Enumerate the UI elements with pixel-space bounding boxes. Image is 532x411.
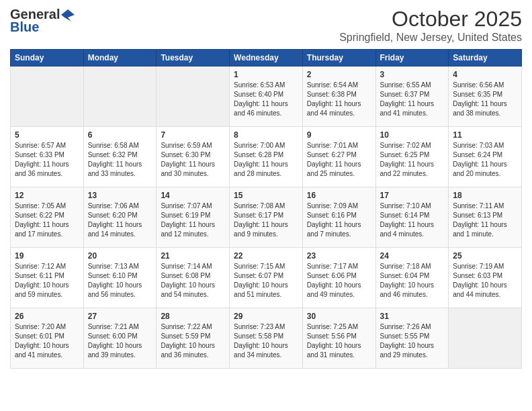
day-number: 25 (453, 251, 517, 261)
day-number: 26 (15, 312, 79, 321)
day-number: 28 (161, 312, 225, 321)
calendar-table: SundayMondayTuesdayWednesdayThursdayFrid… (10, 49, 522, 369)
day-number: 17 (380, 191, 445, 200)
day-info: Sunrise: 6:59 AM Sunset: 6:30 PM Dayligh… (161, 141, 225, 179)
calendar-cell: 17Sunrise: 7:10 AM Sunset: 6:14 PM Dayli… (375, 187, 449, 248)
column-header-sunday: Sunday (11, 50, 84, 66)
day-info: Sunrise: 7:18 AM Sunset: 6:04 PM Dayligh… (380, 262, 445, 300)
day-number: 21 (161, 251, 225, 261)
day-info: Sunrise: 6:55 AM Sunset: 6:37 PM Dayligh… (380, 81, 445, 118)
calendar-cell: 10Sunrise: 7:02 AM Sunset: 6:25 PM Dayli… (375, 127, 449, 187)
day-info: Sunrise: 7:05 AM Sunset: 6:22 PM Dayligh… (15, 201, 79, 239)
day-number: 19 (15, 251, 79, 261)
calendar-cell: 29Sunrise: 7:23 AM Sunset: 5:58 PM Dayli… (230, 308, 303, 369)
day-number: 11 (453, 130, 517, 140)
calendar-cell: 1Sunrise: 6:53 AM Sunset: 6:40 PM Daylig… (230, 66, 303, 127)
calendar-cell: 14Sunrise: 7:07 AM Sunset: 6:19 PM Dayli… (157, 187, 230, 248)
day-info: Sunrise: 7:21 AM Sunset: 6:00 PM Dayligh… (88, 322, 152, 360)
column-header-tuesday: Tuesday (157, 50, 230, 66)
day-info: Sunrise: 7:17 AM Sunset: 6:06 PM Dayligh… (307, 262, 371, 300)
day-info: Sunrise: 7:19 AM Sunset: 6:03 PM Dayligh… (453, 262, 517, 300)
day-number: 31 (380, 312, 445, 321)
calendar-cell: 24Sunrise: 7:18 AM Sunset: 6:04 PM Dayli… (375, 248, 449, 308)
column-header-friday: Friday (375, 50, 449, 66)
day-number: 24 (380, 251, 445, 261)
svg-marker-0 (61, 9, 75, 21)
day-info: Sunrise: 7:00 AM Sunset: 6:28 PM Dayligh… (234, 141, 298, 179)
day-number: 5 (15, 130, 79, 140)
day-info: Sunrise: 7:01 AM Sunset: 6:27 PM Dayligh… (307, 141, 371, 179)
day-number: 6 (88, 130, 152, 140)
calendar-cell: 18Sunrise: 7:11 AM Sunset: 6:13 PM Dayli… (449, 187, 522, 248)
day-number: 10 (380, 130, 445, 140)
day-number: 18 (453, 191, 517, 200)
day-info: Sunrise: 7:26 AM Sunset: 5:55 PM Dayligh… (380, 322, 445, 360)
calendar-cell: 4Sunrise: 6:56 AM Sunset: 6:35 PM Daylig… (449, 66, 522, 127)
day-info: Sunrise: 7:08 AM Sunset: 6:17 PM Dayligh… (234, 201, 298, 239)
day-info: Sunrise: 7:15 AM Sunset: 6:07 PM Dayligh… (234, 262, 298, 300)
day-number: 4 (453, 70, 517, 79)
day-info: Sunrise: 7:02 AM Sunset: 6:25 PM Dayligh… (380, 141, 445, 179)
month-year-title: October 2025 (339, 7, 522, 32)
calendar-cell: 8Sunrise: 7:00 AM Sunset: 6:28 PM Daylig… (230, 127, 303, 187)
day-info: Sunrise: 6:56 AM Sunset: 6:35 PM Dayligh… (453, 81, 517, 118)
logo: General Blue (10, 7, 75, 35)
header-row: SundayMondayTuesdayWednesdayThursdayFrid… (11, 50, 522, 66)
calendar-cell: 19Sunrise: 7:12 AM Sunset: 6:11 PM Dayli… (11, 248, 84, 308)
day-info: Sunrise: 7:22 AM Sunset: 5:59 PM Dayligh… (161, 322, 225, 360)
day-info: Sunrise: 7:12 AM Sunset: 6:11 PM Dayligh… (15, 262, 79, 300)
week-row-4: 19Sunrise: 7:12 AM Sunset: 6:11 PM Dayli… (11, 248, 522, 308)
day-number: 2 (307, 70, 371, 79)
column-header-thursday: Thursday (302, 50, 375, 66)
day-info: Sunrise: 7:07 AM Sunset: 6:19 PM Dayligh… (161, 201, 225, 239)
day-info: Sunrise: 7:23 AM Sunset: 5:58 PM Dayligh… (234, 322, 298, 360)
calendar-cell: 11Sunrise: 7:03 AM Sunset: 6:24 PM Dayli… (449, 127, 522, 187)
calendar-cell: 27Sunrise: 7:21 AM Sunset: 6:00 PM Dayli… (83, 308, 157, 369)
day-number: 15 (234, 191, 298, 200)
logo-bird-icon (61, 8, 75, 21)
calendar-cell: 6Sunrise: 6:58 AM Sunset: 6:32 PM Daylig… (83, 127, 157, 187)
column-header-saturday: Saturday (449, 50, 522, 66)
day-number: 1 (234, 70, 298, 79)
day-number: 29 (234, 312, 298, 321)
calendar-cell: 7Sunrise: 6:59 AM Sunset: 6:30 PM Daylig… (157, 127, 230, 187)
calendar-cell: 30Sunrise: 7:25 AM Sunset: 5:56 PM Dayli… (302, 308, 375, 369)
day-info: Sunrise: 7:11 AM Sunset: 6:13 PM Dayligh… (453, 201, 517, 239)
calendar-cell (11, 66, 84, 127)
day-number: 14 (161, 191, 225, 200)
calendar-cell: 31Sunrise: 7:26 AM Sunset: 5:55 PM Dayli… (375, 308, 449, 369)
calendar-cell: 28Sunrise: 7:22 AM Sunset: 5:59 PM Dayli… (157, 308, 230, 369)
day-number: 8 (234, 130, 298, 140)
day-number: 16 (307, 191, 371, 200)
calendar-cell: 21Sunrise: 7:14 AM Sunset: 6:08 PM Dayli… (157, 248, 230, 308)
calendar-cell: 22Sunrise: 7:15 AM Sunset: 6:07 PM Dayli… (230, 248, 303, 308)
week-row-5: 26Sunrise: 7:20 AM Sunset: 6:01 PM Dayli… (11, 308, 522, 369)
day-number: 22 (234, 251, 298, 261)
week-row-3: 12Sunrise: 7:05 AM Sunset: 6:22 PM Dayli… (11, 187, 522, 248)
week-row-2: 5Sunrise: 6:57 AM Sunset: 6:33 PM Daylig… (11, 127, 522, 187)
day-number: 27 (88, 312, 152, 321)
day-info: Sunrise: 7:13 AM Sunset: 6:10 PM Dayligh… (88, 262, 152, 300)
calendar-cell: 25Sunrise: 7:19 AM Sunset: 6:03 PM Dayli… (449, 248, 522, 308)
page-header: General Blue October 2025 Springfield, N… (10, 7, 522, 44)
week-row-1: 1Sunrise: 6:53 AM Sunset: 6:40 PM Daylig… (11, 66, 522, 127)
calendar-cell: 3Sunrise: 6:55 AM Sunset: 6:37 PM Daylig… (375, 66, 449, 127)
day-info: Sunrise: 7:09 AM Sunset: 6:16 PM Dayligh… (307, 201, 371, 239)
calendar-cell: 5Sunrise: 6:57 AM Sunset: 6:33 PM Daylig… (11, 127, 84, 187)
day-number: 13 (88, 191, 152, 200)
day-info: Sunrise: 6:58 AM Sunset: 6:32 PM Dayligh… (88, 141, 152, 179)
calendar-cell: 15Sunrise: 7:08 AM Sunset: 6:17 PM Dayli… (230, 187, 303, 248)
title-section: October 2025 Springfield, New Jersey, Un… (339, 7, 522, 44)
day-info: Sunrise: 6:53 AM Sunset: 6:40 PM Dayligh… (234, 81, 298, 118)
day-info: Sunrise: 7:14 AM Sunset: 6:08 PM Dayligh… (161, 262, 225, 300)
column-header-wednesday: Wednesday (230, 50, 303, 66)
day-info: Sunrise: 7:03 AM Sunset: 6:24 PM Dayligh… (453, 141, 517, 179)
calendar-cell: 16Sunrise: 7:09 AM Sunset: 6:16 PM Dayli… (302, 187, 375, 248)
day-number: 20 (88, 251, 152, 261)
logo-blue-text: Blue (10, 19, 39, 35)
day-number: 12 (15, 191, 79, 200)
calendar-cell (83, 66, 157, 127)
calendar-cell: 20Sunrise: 7:13 AM Sunset: 6:10 PM Dayli… (83, 248, 157, 308)
calendar-cell: 13Sunrise: 7:06 AM Sunset: 6:20 PM Dayli… (83, 187, 157, 248)
day-number: 30 (307, 312, 371, 321)
